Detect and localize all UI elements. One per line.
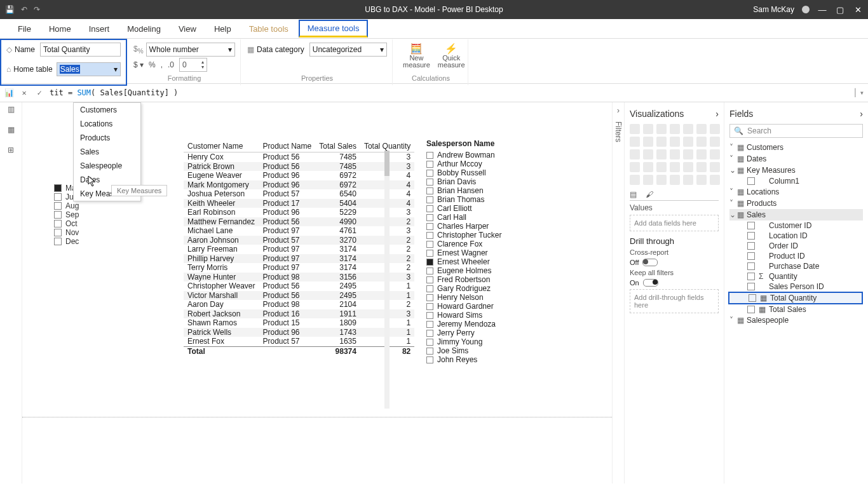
user-avatar-icon[interactable] [802, 6, 810, 13]
viz-type-button[interactable] [696, 149, 707, 159]
data-table[interactable]: Customer NameProduct NameTotal SalesTota… [184, 140, 414, 356]
hometable-option[interactable]: Customers [74, 103, 140, 117]
viz-type-button[interactable] [630, 137, 640, 147]
table-row[interactable]: Henry CoxProduct 5674853 [184, 152, 414, 162]
collapse-fields-icon[interactable]: › [860, 109, 863, 119]
tab-file[interactable]: File [10, 20, 39, 37]
hometable-dropdown[interactable]: Sales ▾ [57, 62, 121, 76]
table-row[interactable]: Terry MorrisProduct 9731742 [184, 263, 414, 273]
cancel-formula-button[interactable]: ✕ [19, 88, 29, 97]
viz-type-button[interactable] [710, 149, 720, 159]
viz-type-button[interactable] [656, 175, 667, 185]
data-view-button[interactable]: ▦ [8, 125, 15, 134]
viz-type-button[interactable] [710, 162, 720, 172]
viz-type-button[interactable] [710, 124, 720, 134]
salesperson-item[interactable]: Jerry Perry [426, 329, 501, 337]
table-header[interactable]: Total Sales [315, 140, 360, 152]
viz-type-button[interactable] [670, 137, 680, 147]
visualization-picker[interactable] [630, 124, 719, 185]
datacategory-select[interactable]: Uncategorized▾ [309, 43, 387, 57]
commit-formula-button[interactable]: ✓ [34, 88, 44, 97]
fields-search-input[interactable]: 🔍 Search [729, 124, 863, 138]
tab-view[interactable]: View [171, 20, 204, 37]
table-row[interactable]: Phillip HarveyProduct 9731742 [184, 254, 414, 264]
viz-type-button[interactable] [670, 175, 680, 185]
table-header[interactable]: Product Name [259, 140, 316, 152]
viz-type-button[interactable] [696, 124, 707, 134]
formula-input[interactable]: tit = SUM( Sales[Quantity] ) [50, 88, 178, 97]
month-item[interactable]: Oct [54, 219, 80, 228]
decimals-input[interactable]: 0▴▾ [179, 58, 207, 72]
salesperson-item[interactable]: Arthur Mccoy [426, 159, 501, 168]
quick-measure-button[interactable]: ⚡ Quick measure [434, 43, 469, 69]
fields-field[interactable]: Order ID [729, 241, 863, 251]
tab-insert[interactable]: Insert [81, 20, 118, 37]
viz-type-button[interactable] [630, 149, 640, 159]
comma-button[interactable]: , [161, 60, 163, 69]
cross-report-toggle[interactable]: Off [630, 259, 719, 266]
viz-type-button[interactable] [683, 124, 693, 134]
table-row[interactable]: Christopher WeaverProduct 5624951 [184, 281, 414, 291]
report-canvas[interactable]: CustomersLocationsProductsSalesSalespeop… [22, 102, 612, 484]
viz-type-button[interactable] [656, 124, 667, 134]
hometable-option[interactable]: Products [74, 131, 140, 145]
fields-field[interactable]: ▦Total Sales [729, 304, 863, 315]
table-row[interactable]: Michael LaneProduct 9747613 [184, 226, 414, 236]
fields-field[interactable]: Customer ID [729, 220, 863, 231]
viz-type-button[interactable] [683, 162, 693, 172]
viz-type-button[interactable] [683, 149, 693, 159]
viz-type-button[interactable] [656, 162, 667, 172]
salesperson-slicer[interactable]: Salesperson Name Andrew BowmanArthur Mcc… [426, 139, 501, 364]
format-select[interactable]: Whole number▾ [146, 43, 235, 57]
table-row[interactable]: Matthew FernandezProduct 5649902 [184, 217, 414, 227]
viz-type-button[interactable] [643, 137, 653, 147]
salesperson-item[interactable]: Henry Nelson [426, 293, 501, 302]
salesperson-item[interactable]: Andrew Bowman [426, 151, 501, 159]
fields-field[interactable]: Location ID [729, 231, 863, 241]
fields-table-node[interactable]: ⌄▦ Key Measures [729, 165, 863, 176]
table-row[interactable]: Wayne HunterProduct 9831563 [184, 273, 414, 282]
format-tab-icon[interactable]: 🖌 [646, 190, 653, 199]
salesperson-item[interactable]: Brian Hansen [426, 186, 501, 195]
salesperson-item[interactable]: Carl Hall [426, 213, 501, 222]
viz-type-button[interactable] [696, 137, 707, 147]
salesperson-item[interactable]: Fred Robertson [426, 275, 501, 284]
month-item[interactable]: Dec [54, 237, 80, 246]
hometable-option[interactable]: Sales [74, 145, 140, 159]
viz-type-button[interactable] [656, 137, 667, 147]
viz-type-button[interactable] [630, 175, 640, 185]
tab-table-tools[interactable]: Table tools [241, 20, 296, 37]
salesperson-item[interactable]: Joe Sims [426, 346, 501, 355]
table-row[interactable]: Earl RobinsonProduct 9652293 [184, 208, 414, 217]
close-button[interactable]: ✕ [853, 5, 863, 15]
values-well[interactable]: Add data fields here [630, 215, 719, 231]
keep-filters-toggle[interactable]: On [630, 279, 719, 287]
fields-table-node[interactable]: ⌄▦ Sales [729, 209, 863, 220]
salesperson-item[interactable]: Brian Davis [426, 177, 501, 186]
fields-table-node[interactable]: ˅▦ Customers [729, 142, 863, 153]
salesperson-item[interactable]: John Reyes [426, 355, 501, 364]
salesperson-item[interactable]: Eugene Holmes [426, 266, 501, 275]
collapse-viz-icon[interactable]: › [715, 109, 719, 119]
undo-icon[interactable]: ↶ [21, 5, 27, 14]
viz-type-button[interactable] [670, 162, 680, 172]
measure-name-input[interactable]: Total Quantity [40, 43, 121, 57]
table-scrollbar[interactable] [384, 151, 390, 409]
fields-field[interactable]: ▦Total Quantity [728, 292, 863, 304]
hometable-option[interactable]: Salespeople [74, 159, 140, 173]
viz-type-button[interactable] [643, 124, 653, 134]
new-measure-button[interactable]: 🧮 New measure [399, 43, 434, 69]
viz-type-button[interactable] [696, 162, 707, 172]
salesperson-item[interactable]: Jimmy Young [426, 337, 501, 346]
filters-pane-collapsed[interactable]: › Filters [612, 102, 624, 484]
table-header[interactable]: Customer Name [184, 140, 259, 152]
hometable-option[interactable]: Locations [74, 117, 140, 131]
fields-table-node[interactable]: ˅▦ Products [729, 198, 863, 209]
currency-button[interactable]: $ ▾ [133, 60, 144, 69]
fields-table-node[interactable]: ˅▦ Locations [729, 186, 863, 198]
decimal-button[interactable]: .0 [168, 60, 174, 69]
viz-type-button[interactable] [683, 137, 693, 147]
percent-button[interactable]: % [149, 60, 156, 69]
month-item[interactable]: Sep [54, 210, 80, 219]
table-row[interactable]: Larry FreemanProduct 9731742 [184, 245, 414, 254]
